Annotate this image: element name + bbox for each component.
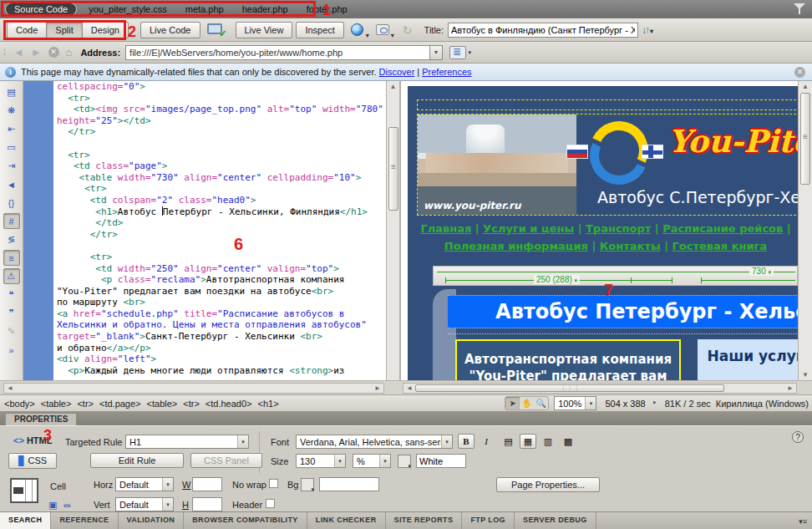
split-view-button[interactable]: Split <box>46 22 82 38</box>
code-line[interactable]: 26 <table width="730" align="center" cel… <box>23 172 386 184</box>
tag-selector-item[interactable]: <body> <box>4 399 35 409</box>
code-line[interactable]: 21 <td><img src="images/page_top.png" al… <box>23 104 386 115</box>
related-file-tab[interactable]: meta.php <box>185 4 224 14</box>
code-line[interactable]: 37<a href="schedule.php" title="Расписан… <box>23 308 386 320</box>
align-left-button[interactable]: ▤ <box>500 434 516 449</box>
column-width-label[interactable]: 250 (288) ▾ <box>534 275 580 284</box>
line-numbers-icon[interactable]: # <box>3 213 20 229</box>
related-file-tab[interactable]: header.php <box>242 4 288 14</box>
design-view[interactable]: www.you-piter.ru You-Piter Автобус С.Пет… <box>401 81 798 380</box>
live-code-button[interactable]: Live Code <box>140 22 200 38</box>
align-center-button[interactable]: ▦ <box>520 434 536 449</box>
page-properties-button[interactable]: Page Properties... <box>496 477 600 492</box>
syntax-error-alerts-icon[interactable]: ⚠ <box>3 268 20 284</box>
site-nav-link[interactable]: Полезная информация <box>444 240 588 252</box>
balance-braces-icon[interactable]: {} <box>3 195 20 211</box>
cell-width-input[interactable] <box>192 477 222 491</box>
help-icon[interactable]: ? <box>792 431 804 443</box>
related-file-tab[interactable]: you_piter_style.css <box>89 4 167 14</box>
properties-tab[interactable]: PROPERTIES <box>5 413 77 425</box>
no-wrap-checkbox[interactable] <box>269 479 278 488</box>
home-icon[interactable]: ⌂ <box>66 46 73 58</box>
vert-select[interactable]: Default▾ <box>115 497 174 511</box>
code-line[interactable]: 32 <box>23 240 386 252</box>
filter-related-files-icon[interactable] <box>794 3 805 14</box>
code-line[interactable]: 27 <tr> <box>23 183 386 195</box>
tag-selector-item[interactable]: <tr> <box>183 399 200 409</box>
edit-rule-button[interactable]: Edit Rule <box>90 453 184 468</box>
highlight-invalid-code-icon[interactable]: ≶ <box>3 231 20 247</box>
text-color-swatch[interactable] <box>398 455 411 468</box>
collapse-full-tag-icon[interactable]: ⇤ <box>3 121 20 137</box>
file-management-icon[interactable]: ↓↑▾ <box>642 24 652 36</box>
code-vertical-scrollbar[interactable]: ▲ <box>386 81 399 380</box>
code-line[interactable]: 23 <box>23 138 386 150</box>
code-navigator-icon[interactable]: ❋ <box>3 103 20 119</box>
code-line[interactable]: 36по маршруту <br> <box>23 297 386 308</box>
inspect-button[interactable]: Inspect <box>296 22 343 38</box>
word-wrap-icon[interactable]: ≡ <box>3 250 20 266</box>
live-view-button[interactable]: Live View <box>236 22 293 38</box>
stop-icon[interactable]: ✕ <box>48 47 59 58</box>
code-line[interactable]: 30 </td> <box>23 217 386 229</box>
panel-menu-icon[interactable]: ▾≡ <box>799 517 807 526</box>
apply-comment-icon[interactable]: ❝ <box>3 287 20 303</box>
table-width-bar[interactable]: 250 (288) ▾ 730 ▾ <box>433 266 798 286</box>
preferences-link[interactable]: Preferences <box>422 67 471 77</box>
expand-all-icon[interactable]: ⇥ <box>3 158 20 174</box>
remove-comment-icon[interactable]: ❞ <box>3 305 20 321</box>
selected-reclama-cell[interactable]: Автотранспортная компания "You-Piter" пр… <box>455 339 681 380</box>
address-input[interactable]: file:///E|/WebServers/home/you-piter/www… <box>125 45 443 60</box>
site-nav-link[interactable]: Гостевая книга <box>672 240 768 252</box>
view-options-icon[interactable] <box>449 46 466 59</box>
discover-link[interactable]: Discover <box>379 67 415 77</box>
results-tab-link-checker[interactable]: LINK CHECKER <box>307 512 386 529</box>
forward-icon[interactable]: ► <box>31 46 42 58</box>
merge-cells-icon[interactable]: ▣ <box>48 500 57 511</box>
table-width-label[interactable]: 730 ▾ <box>749 267 774 276</box>
tag-selector-item[interactable]: <td.head0> <box>206 399 252 409</box>
horz-select[interactable]: Default▾ <box>115 477 174 491</box>
more-options-icon[interactable]: » <box>3 342 20 358</box>
site-nav-link[interactable]: Контакты <box>600 240 661 252</box>
code-view-button[interactable]: Code <box>7 22 47 38</box>
code-line[interactable]: 24 <tr> <box>23 150 386 161</box>
size-select[interactable]: 130▾ <box>296 454 346 468</box>
site-nav-link[interactable]: Транспорт <box>586 222 651 235</box>
results-tab-search[interactable]: SEARCH <box>0 512 51 529</box>
magnification-select[interactable]: 100%▾ <box>554 396 596 410</box>
css-mode-button[interactable]: ▊ CSS <box>8 453 57 469</box>
code-line[interactable]: "You-Piter" предлагает вам поездки на ав… <box>23 286 386 298</box>
html-mode-button[interactable]: <> HTML <box>13 435 52 445</box>
code-line[interactable]: 29 <h1>Автобус Петербург - Хельсинки, Фи… <box>23 206 386 218</box>
code-line[interactable]: 25 <td class="page"> <box>23 160 386 172</box>
code-line[interactable]: 35 <p class="reclama">Автотранспортная к… <box>23 274 386 286</box>
bg-color-input[interactable] <box>319 477 379 491</box>
code-line[interactable]: 34 <td width="250" align="center" valign… <box>23 263 386 275</box>
results-tab-site-reports[interactable]: SITE REPORTS <box>386 512 463 529</box>
window-size-select[interactable]: 504 x 388▾ <box>601 396 659 410</box>
tag-selector-item[interactable]: <table> <box>147 399 178 409</box>
text-color-input[interactable] <box>416 454 466 468</box>
code-line[interactable]: 20 <tr> <box>23 93 386 104</box>
design-vertical-scrollbar[interactable]: ▲ ▼ <box>798 81 812 380</box>
related-file-tab[interactable]: footer.php <box>307 4 348 14</box>
design-horizontal-scrollbar[interactable]: ◄ ⋮⋮⋮ ► <box>403 383 797 394</box>
code-line[interactable]: 39<div align="left"> <box>23 354 386 365</box>
site-nav-link[interactable]: Услуги и цены <box>483 222 574 235</box>
results-tab-server-debug[interactable]: SERVER DEBUG <box>515 512 596 529</box>
bg-color-swatch[interactable] <box>301 478 314 491</box>
bold-button[interactable]: B <box>458 434 475 449</box>
results-tab-browser-compatibility[interactable]: BROWSER COMPATIBILITY <box>184 512 307 529</box>
cell-height-input[interactable] <box>192 497 222 511</box>
code-line[interactable]: 31 </tr> <box>23 229 386 241</box>
code-line[interactable]: 33 <tr> <box>23 252 386 263</box>
check-page-icon[interactable]: ✓ <box>207 23 226 38</box>
zoom-tool-icon[interactable]: 🔍 <box>534 397 548 409</box>
select-parent-tag-icon[interactable]: ◄ <box>3 176 20 192</box>
targeted-rule-select[interactable]: H1▾ <box>125 435 249 449</box>
code-editor[interactable]: cellspacing="0">20 <tr>21 <td><img src="… <box>23 81 386 380</box>
address-dropdown-icon[interactable]: ▾ <box>429 46 442 59</box>
check-browser-compatibility-icon[interactable]: ▾ <box>376 23 394 38</box>
code-line[interactable]: cellspacing="0"> <box>23 81 386 93</box>
